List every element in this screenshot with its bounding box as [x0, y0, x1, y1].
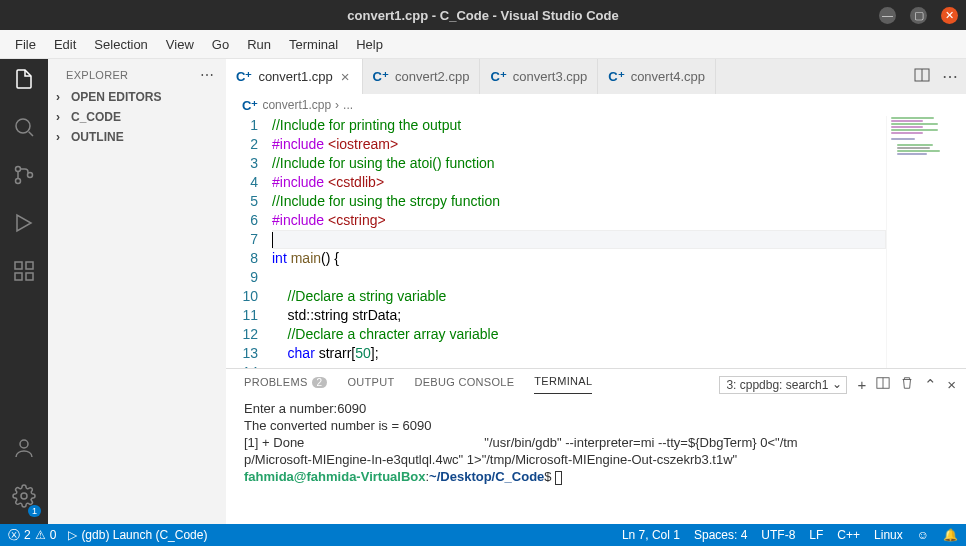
minimize-button[interactable]: —	[879, 7, 896, 24]
maximize-panel-icon[interactable]: ⌃	[924, 376, 937, 394]
maximize-button[interactable]: ▢	[910, 7, 927, 24]
extensions-icon[interactable]	[12, 259, 36, 289]
terminal[interactable]: Enter a number:6090 The converted number…	[226, 394, 966, 524]
tab-label: convert1.cpp	[258, 69, 332, 84]
window-controls: — ▢ ✕	[879, 7, 958, 24]
tab-convert2[interactable]: C⁺convert2.cpp	[363, 59, 481, 94]
main-area: 1 EXPLORER ⋯ ›OPEN EDITORS ›C_CODE ›OUTL…	[0, 59, 966, 524]
chevron-right-icon: ›	[56, 130, 71, 144]
tab-convert3[interactable]: C⁺convert3.cpp	[480, 59, 598, 94]
status-bell-icon[interactable]: 🔔	[943, 528, 958, 542]
status-bar: ⓧ2 ⚠0 ▷(gdb) Launch (C_Code) Ln 7, Col 1…	[0, 524, 966, 546]
svg-rect-4	[15, 262, 22, 269]
terminal-line: p/Microsoft-MIEngine-In-e3qutlql.4wc" 1>…	[244, 451, 948, 468]
svg-point-1	[16, 167, 21, 172]
terminal-cursor	[555, 471, 562, 485]
tab-convert1[interactable]: C⁺convert1.cpp×	[226, 59, 363, 94]
status-feedback-icon[interactable]: ☺	[917, 528, 929, 542]
status-indentation[interactable]: Spaces: 4	[694, 528, 747, 542]
title-bar: convert1.cpp - C_Code - Visual Studio Co…	[0, 0, 966, 30]
tab-label: convert4.cpp	[631, 69, 705, 84]
source-control-icon[interactable]	[12, 163, 36, 193]
svg-point-9	[21, 493, 27, 499]
editor-area: C⁺convert1.cpp× C⁺convert2.cpp C⁺convert…	[226, 59, 966, 524]
menu-terminal[interactable]: Terminal	[280, 33, 347, 56]
explorer-icon[interactable]	[12, 67, 36, 97]
editor-tabs: C⁺convert1.cpp× C⁺convert2.cpp C⁺convert…	[226, 59, 966, 94]
cpp-file-icon: C⁺	[242, 98, 258, 113]
status-os[interactable]: Linux	[874, 528, 903, 542]
tab-close-icon[interactable]: ×	[339, 68, 352, 85]
menu-selection[interactable]: Selection	[85, 33, 156, 56]
svg-point-0	[16, 119, 30, 133]
terminal-line: [1] + Done"/usr/bin/gdb" --interpreter=m…	[244, 434, 948, 451]
panel-problems-tab[interactable]: PROBLEMS2	[244, 376, 327, 394]
account-icon[interactable]	[12, 436, 36, 466]
menu-edit[interactable]: Edit	[45, 33, 85, 56]
terminal-line: Enter a number:6090	[244, 400, 948, 417]
panel-debug-tab[interactable]: DEBUG CONSOLE	[414, 376, 514, 394]
terminal-prompt: fahmida@fahmida-VirtualBox:~/Desktop/C_C…	[244, 468, 948, 485]
svg-rect-5	[15, 273, 22, 280]
status-language[interactable]: C++	[837, 528, 860, 542]
tab-label: convert2.cpp	[395, 69, 469, 84]
search-icon[interactable]	[12, 115, 36, 145]
breadcrumb[interactable]: C⁺ convert1.cpp › ...	[226, 94, 966, 116]
breadcrumb-rest: ...	[343, 98, 353, 112]
menu-file[interactable]: File	[6, 33, 45, 56]
line-gutter: 1234567891011121314	[226, 116, 272, 368]
bottom-panel: PROBLEMS2 OUTPUT DEBUG CONSOLE TERMINAL …	[226, 368, 966, 524]
status-cursor-position[interactable]: Ln 7, Col 1	[622, 528, 680, 542]
svg-point-8	[20, 440, 28, 448]
menu-bar: File Edit Selection View Go Run Terminal…	[0, 30, 966, 59]
kill-terminal-icon[interactable]	[900, 376, 914, 393]
explorer-title: EXPLORER	[66, 69, 128, 81]
cpp-file-icon: C⁺	[373, 69, 389, 84]
new-terminal-icon[interactable]: +	[857, 376, 866, 393]
cpp-file-icon: C⁺	[236, 69, 252, 84]
panel-tabs: PROBLEMS2 OUTPUT DEBUG CONSOLE TERMINAL …	[226, 369, 966, 394]
panel-output-tab[interactable]: OUTPUT	[347, 376, 394, 394]
svg-rect-7	[26, 262, 33, 269]
menu-run[interactable]: Run	[238, 33, 280, 56]
panel-terminal-tab[interactable]: TERMINAL	[534, 375, 592, 394]
terminal-selector[interactable]: 3: cppdbg: search1	[719, 376, 847, 394]
close-button[interactable]: ✕	[941, 7, 958, 24]
debug-icon: ▷	[68, 528, 77, 542]
tree-outline[interactable]: ›OUTLINE	[48, 127, 226, 147]
minimap[interactable]	[886, 116, 966, 368]
status-eol[interactable]: LF	[809, 528, 823, 542]
cpp-file-icon: C⁺	[608, 69, 624, 84]
close-panel-icon[interactable]: ×	[947, 376, 956, 393]
status-launch-config[interactable]: ▷(gdb) Launch (C_Code)	[68, 528, 207, 542]
explorer-sidebar: EXPLORER ⋯ ›OPEN EDITORS ›C_CODE ›OUTLIN…	[48, 59, 226, 524]
section-label: OUTLINE	[71, 130, 124, 144]
breadcrumb-file: convert1.cpp	[262, 98, 331, 112]
status-encoding[interactable]: UTF-8	[761, 528, 795, 542]
settings-icon[interactable]: 1	[12, 484, 36, 514]
split-editor-icon[interactable]	[914, 67, 930, 87]
run-debug-icon[interactable]	[12, 211, 36, 241]
tab-convert4[interactable]: C⁺convert4.cpp	[598, 59, 716, 94]
problems-badge: 2	[312, 377, 328, 388]
chevron-right-icon: ›	[56, 110, 71, 124]
menu-help[interactable]: Help	[347, 33, 392, 56]
menu-view[interactable]: View	[157, 33, 203, 56]
window-title: convert1.cpp - C_Code - Visual Studio Co…	[0, 8, 966, 23]
explorer-more-icon[interactable]: ⋯	[200, 67, 214, 83]
code-editor[interactable]: 1234567891011121314 //Include for printi…	[226, 116, 886, 368]
cpp-file-icon: C⁺	[490, 69, 506, 84]
terminal-line: The converted number is = 6090	[244, 417, 948, 434]
menu-go[interactable]: Go	[203, 33, 238, 56]
split-terminal-icon[interactable]	[876, 376, 890, 393]
code-lines: //Include for printing the output#includ…	[272, 116, 886, 368]
tree-open-editors[interactable]: ›OPEN EDITORS	[48, 87, 226, 107]
activity-bar: 1	[0, 59, 48, 524]
error-icon: ⓧ	[8, 527, 20, 544]
breadcrumb-separator: ›	[335, 98, 339, 112]
status-errors-warnings[interactable]: ⓧ2 ⚠0	[8, 527, 56, 544]
section-label: OPEN EDITORS	[71, 90, 161, 104]
tree-folder-root[interactable]: ›C_CODE	[48, 107, 226, 127]
svg-point-2	[16, 179, 21, 184]
editor-more-icon[interactable]: ⋯	[942, 67, 958, 86]
